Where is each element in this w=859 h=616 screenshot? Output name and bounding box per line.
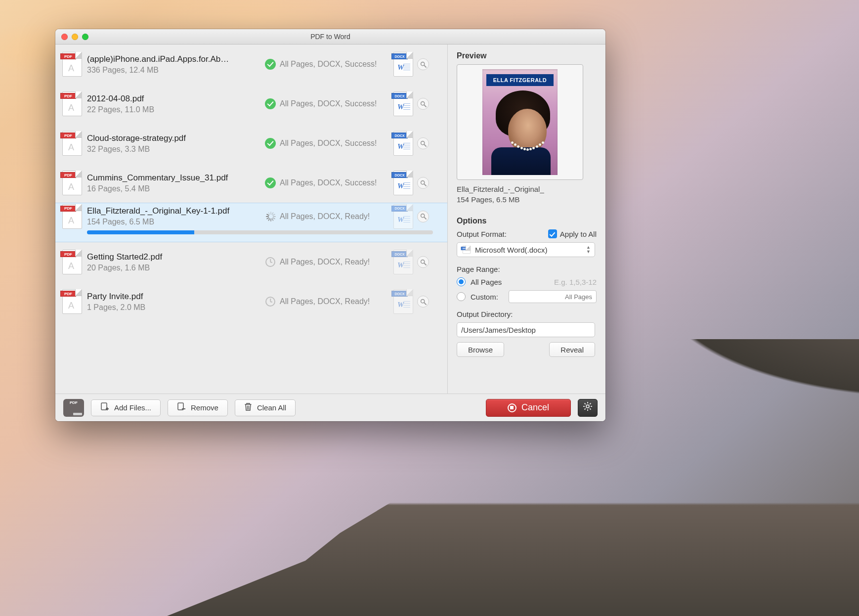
gear-icon bbox=[583, 401, 593, 414]
file-row[interactable]: PDFACloud-storage-strategy.pdf32 Pages, … bbox=[55, 124, 447, 163]
output-format-select[interactable]: DOCX Microsoft Word(.docx) ▲▼ bbox=[457, 242, 595, 257]
add-files-button[interactable]: Add Files... bbox=[91, 399, 161, 416]
file-name: Ella_Fitzterald_-_Original_Key-1-1.pdf bbox=[87, 206, 265, 216]
svg-line-9 bbox=[424, 217, 426, 219]
file-meta: 1 Pages, 2.0 MB bbox=[87, 303, 265, 312]
pending-icon bbox=[265, 297, 275, 307]
pending-icon bbox=[265, 257, 275, 267]
stop-icon bbox=[508, 403, 516, 412]
file-name: Cloud-storage-strategy.pdf bbox=[87, 133, 265, 143]
preview-thumbnail[interactable]: ELLA FITZGERALD bbox=[457, 64, 583, 180]
status-text: All Pages, DOCX, Success! bbox=[280, 99, 393, 108]
close-icon[interactable] bbox=[61, 34, 68, 40]
status-text: All Pages, DOCX, Success! bbox=[280, 139, 393, 148]
status-text: All Pages, DOCX, Ready! bbox=[280, 258, 393, 266]
success-icon bbox=[265, 59, 276, 70]
file-row[interactable]: PDFACummins_Commentary_Issue_31.pdf16 Pa… bbox=[55, 163, 447, 203]
file-meta: 336 Pages, 12.4 MB bbox=[87, 66, 265, 75]
docx-file-icon: DOCXW bbox=[393, 131, 413, 156]
docx-file-icon: DOCXW bbox=[393, 204, 413, 229]
svg-line-25 bbox=[590, 408, 591, 409]
apply-all-checkbox[interactable]: Apply to All bbox=[548, 229, 597, 238]
clean-all-button[interactable]: Clean All bbox=[235, 399, 296, 416]
app-logo-icon: PDF bbox=[63, 399, 84, 417]
pdf-file-icon: PDFA bbox=[62, 250, 82, 274]
pdf-file-icon: PDFA bbox=[62, 91, 82, 116]
browse-button[interactable]: Browse bbox=[457, 342, 504, 357]
check-icon bbox=[548, 229, 557, 238]
zoom-icon[interactable] bbox=[82, 34, 88, 40]
reveal-in-finder-button[interactable] bbox=[417, 177, 429, 189]
reveal-in-finder-button[interactable] bbox=[417, 256, 429, 268]
svg-line-11 bbox=[424, 263, 426, 265]
pdf-file-icon: PDFA bbox=[62, 289, 82, 314]
svg-line-27 bbox=[585, 408, 586, 409]
remove-file-icon bbox=[177, 402, 186, 413]
app-window: PDF to Word PDFA(apple)iPhone.and.iPad.A… bbox=[55, 29, 605, 421]
output-dir-input[interactable] bbox=[457, 322, 595, 337]
page-range-input[interactable] bbox=[509, 290, 597, 303]
options-panel: Preview ELLA FITZGERALD Ella_Fitzterald_… bbox=[447, 44, 605, 394]
preview-heading: Preview bbox=[457, 51, 597, 60]
svg-line-1 bbox=[424, 65, 426, 67]
file-row[interactable]: PDFAGetting Started2.pdf20 Pages, 1.6 MB… bbox=[55, 242, 447, 282]
file-meta: 16 Pages, 5.4 MB bbox=[87, 184, 265, 193]
docx-file-icon: DOCXW bbox=[393, 91, 413, 116]
options-heading: Options bbox=[457, 217, 597, 225]
toolbar: PDF Add Files... Remove Clean All Cancel bbox=[55, 394, 605, 421]
file-meta: 20 Pages, 1.6 MB bbox=[87, 264, 265, 272]
output-dir-label: Output Directory: bbox=[457, 310, 597, 318]
reveal-in-finder-button[interactable] bbox=[417, 296, 429, 308]
chevron-updown-icon: ▲▼ bbox=[586, 245, 591, 254]
status-text: All Pages, DOCX, Success! bbox=[280, 60, 393, 69]
file-row[interactable]: PDFA(apple)iPhone.and.iPad.Apps.for.Ab…3… bbox=[55, 44, 447, 84]
svg-line-3 bbox=[424, 105, 426, 107]
radio-custom[interactable] bbox=[457, 292, 466, 301]
output-format-label: Output Format: bbox=[457, 230, 507, 238]
reveal-in-finder-button[interactable] bbox=[417, 98, 429, 110]
svg-line-26 bbox=[590, 403, 591, 404]
docx-file-icon: DOCXW bbox=[393, 171, 413, 195]
minimize-icon[interactable] bbox=[72, 34, 78, 40]
reveal-in-finder-button[interactable] bbox=[417, 211, 429, 222]
window-title: PDF to Word bbox=[310, 33, 350, 41]
file-name: Cummins_Commentary_Issue_31.pdf bbox=[87, 173, 265, 183]
success-icon bbox=[265, 98, 276, 109]
titlebar[interactable]: PDF to Word bbox=[55, 29, 605, 44]
file-row[interactable]: PDFAParty Invite.pdf1 Pages, 2.0 MBAll P… bbox=[55, 282, 447, 321]
svg-line-7 bbox=[424, 184, 426, 186]
file-list[interactable]: PDFA(apple)iPhone.and.iPad.Apps.for.Ab…3… bbox=[55, 44, 447, 394]
docx-file-icon: DOCXW bbox=[393, 289, 413, 314]
settings-button[interactable] bbox=[578, 399, 598, 417]
preview-filename: Ella_Fitzterald_-_Original_ bbox=[457, 185, 583, 193]
status-text: All Pages, DOCX, Ready! bbox=[280, 297, 393, 306]
page-range-hint: E.g. 1,5,3-12 bbox=[554, 278, 597, 286]
reveal-button[interactable]: Reveal bbox=[549, 342, 595, 357]
radio-all-pages[interactable] bbox=[457, 277, 466, 286]
success-icon bbox=[265, 177, 276, 188]
pdf-file-icon: PDFA bbox=[62, 52, 82, 77]
file-row[interactable]: PDFA2012-04-08.pdf22 Pages, 11.0 MBAll P… bbox=[55, 84, 447, 124]
file-meta: 32 Pages, 3.3 MB bbox=[87, 145, 265, 154]
trash-icon bbox=[244, 402, 252, 413]
page-range-label: Page Range: bbox=[457, 265, 597, 273]
preview-meta: 154 Pages, 6.5 MB bbox=[457, 195, 583, 204]
svg-line-5 bbox=[424, 144, 426, 146]
reveal-in-finder-button[interactable] bbox=[417, 58, 429, 70]
progress-spinner-icon bbox=[265, 212, 275, 221]
file-name: Getting Started2.pdf bbox=[87, 252, 265, 262]
file-meta: 154 Pages, 6.5 MB bbox=[87, 218, 265, 226]
cancel-button[interactable]: Cancel bbox=[486, 399, 571, 417]
svg-point-19 bbox=[586, 405, 589, 408]
remove-button[interactable]: Remove bbox=[168, 399, 228, 416]
file-name: 2012-04-08.pdf bbox=[87, 94, 265, 104]
pdf-file-icon: PDFA bbox=[62, 171, 82, 195]
docx-file-icon: DOCXW bbox=[393, 250, 413, 274]
file-meta: 22 Pages, 11.0 MB bbox=[87, 105, 265, 114]
add-file-icon bbox=[100, 402, 109, 413]
status-text: All Pages, DOCX, Success! bbox=[280, 178, 393, 187]
success-icon bbox=[265, 138, 276, 149]
pdf-file-icon: PDFA bbox=[62, 204, 82, 229]
file-row[interactable]: PDFAElla_Fitzterald_-_Original_Key-1-1.p… bbox=[55, 203, 447, 229]
reveal-in-finder-button[interactable] bbox=[417, 137, 429, 149]
